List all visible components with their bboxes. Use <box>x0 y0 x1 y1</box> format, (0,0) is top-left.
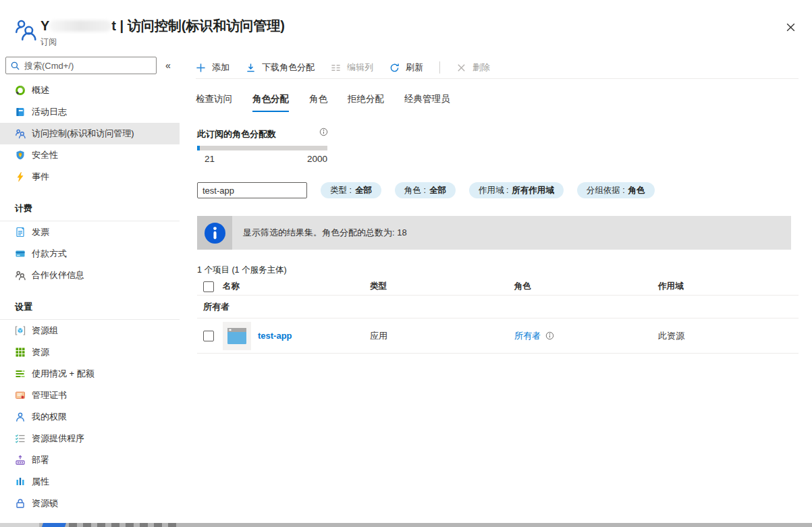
sidebar-item-management-certificates[interactable]: 管理证书 <box>0 385 180 406</box>
sidebar-item-label: 合作伙伴信息 <box>32 269 84 281</box>
bottom-edge-light-segment <box>0 523 39 527</box>
name-filter-input[interactable] <box>197 182 307 198</box>
column-header-name[interactable]: 名称 <box>223 281 370 292</box>
sidebar-item-resources[interactable]: 资源 <box>0 341 180 363</box>
sidebar-item-deployments[interactable]: 部署 <box>0 449 180 471</box>
page-title: Yt | 访问控制(标识和访问管理) <box>40 17 285 35</box>
sidebar-item-label: 部署 <box>32 454 49 466</box>
tab-check-access[interactable]: 检查访问 <box>196 93 232 112</box>
sidebar-item-label: 属性 <box>32 476 49 488</box>
download-icon <box>246 63 256 73</box>
sidebar-item-label: 安全性 <box>32 149 58 161</box>
edit-columns-button[interactable]: 编辑列 <box>331 61 373 74</box>
column-header-type[interactable]: 类型 <box>370 281 514 292</box>
close-button[interactable] <box>782 19 799 35</box>
sidebar-item-resource-locks[interactable]: 资源锁 <box>0 493 180 514</box>
sidebar-item-resource-groups[interactable]: 资源组 <box>0 320 180 341</box>
sidebar-item-activity-log[interactable]: 活动日志 <box>0 101 180 123</box>
resources-icon <box>15 347 26 358</box>
redacted-subscription-name <box>49 20 111 32</box>
resource-groups-icon <box>15 325 26 336</box>
sidebar-item-resource-providers[interactable]: 资源提供程序 <box>0 428 180 449</box>
tab-deny-assignments[interactable]: 拒绝分配 <box>348 93 384 112</box>
payment-methods-icon <box>15 248 26 259</box>
toolbar-divider <box>439 61 440 74</box>
resource-providers-icon <box>15 433 26 444</box>
sidebar-item-events[interactable]: 事件 <box>0 166 180 188</box>
column-header-role[interactable]: 角色 <box>514 281 658 292</box>
close-icon <box>785 22 796 33</box>
sidebar-collapse-button[interactable]: « <box>159 57 177 74</box>
column-header-scope[interactable]: 作用域 <box>658 281 799 292</box>
sidebar-item-label: 访问控制(标识和访问管理) <box>32 128 134 140</box>
deployments-icon <box>15 455 26 466</box>
activity-log-icon <box>15 107 26 117</box>
invoices-icon <box>15 227 26 238</box>
sidebar-item-access-control[interactable]: 访问控制(标识和访问管理) <box>0 123 180 144</box>
filter-pill-group-by[interactable]: 分组依据 :角色 <box>577 182 655 198</box>
command-bar: 添加 下载角色分配 编辑列 刷新 删除 <box>196 57 799 79</box>
properties-icon <box>15 476 26 487</box>
role-link[interactable]: 所有者 <box>514 330 541 342</box>
access-control-header-icon <box>13 18 38 42</box>
sidebar-search[interactable] <box>5 57 157 74</box>
tab-classic-administrators[interactable]: 经典管理员 <box>404 93 450 112</box>
partner-information-icon <box>15 270 26 281</box>
app-icon <box>223 322 251 350</box>
sidebar-item-label: 事件 <box>32 171 49 183</box>
group-row-owner: 所有者 <box>197 296 799 318</box>
sidebar-item-partner-information[interactable]: 合作伙伴信息 <box>0 265 180 286</box>
bottom-edge-blue-segment <box>42 523 66 527</box>
row-checkbox[interactable] <box>203 331 214 341</box>
tab-roles[interactable]: 角色 <box>309 93 327 112</box>
sidebar-item-overview[interactable]: 概述 <box>0 80 180 101</box>
tab-bar: 检查访问 角色分配 角色 拒绝分配 经典管理员 <box>196 93 450 112</box>
meter-current-value: 21 <box>205 154 215 164</box>
info-banner-text: 显示筛选的结果集。角色分配的总数为: 18 <box>243 227 407 239</box>
assignment-scope: 此资源 <box>658 330 799 342</box>
refresh-icon <box>389 63 400 73</box>
sidebar-item-label: 发票 <box>32 226 49 238</box>
meter-fill <box>197 146 200 150</box>
search-icon <box>10 61 20 71</box>
info-banner-icon-box <box>197 216 232 250</box>
tab-role-assignments[interactable]: 角色分配 <box>252 93 289 112</box>
events-icon <box>15 171 26 182</box>
access-control-icon <box>15 128 26 139</box>
filter-pill-role[interactable]: 角色 :全部 <box>395 182 456 198</box>
select-all-checkbox[interactable] <box>203 281 214 292</box>
delete-button[interactable]: 删除 <box>456 61 490 74</box>
meter-max-value: 2000 <box>300 154 327 164</box>
security-icon <box>15 150 26 161</box>
resource-locks-icon <box>15 498 26 509</box>
sidebar-item-label: 概述 <box>32 84 49 96</box>
sidebar-item-usage-quotas[interactable]: 使用情况 + 配额 <box>0 363 180 385</box>
columns-icon <box>331 63 341 73</box>
filter-pill-scope[interactable]: 作用域 :所有作用域 <box>469 182 564 198</box>
search-input[interactable] <box>24 61 152 71</box>
principal-name-link[interactable]: test-app <box>258 331 292 341</box>
sidebar-item-properties[interactable]: 属性 <box>0 471 180 493</box>
filter-pill-type[interactable]: 类型 :全部 <box>321 182 381 198</box>
role-assignments-meter <box>197 146 327 150</box>
sidebar-item-label: 使用情况 + 配额 <box>32 368 94 380</box>
sidebar-item-payment-methods[interactable]: 付款方式 <box>0 243 180 265</box>
add-button[interactable]: 添加 <box>196 61 229 74</box>
table-row[interactable]: test-app 应用 所有者 此资源 <box>197 318 799 354</box>
management-certificates-icon <box>15 390 26 401</box>
bottom-edge-artifact <box>0 523 812 527</box>
sidebar: « 概述 活动日志 访问控制(标识和访问管理) 安全性 事件 计费 <box>0 51 180 523</box>
sidebar-section-billing: 计费 <box>0 196 180 221</box>
sidebar-item-invoices[interactable]: 发票 <box>0 221 180 243</box>
sidebar-item-security[interactable]: 安全性 <box>0 144 180 166</box>
download-role-assignments-button[interactable]: 下载角色分配 <box>246 61 315 74</box>
delete-x-icon <box>456 63 466 73</box>
overview-icon <box>15 85 26 96</box>
sidebar-section-settings: 设置 <box>0 294 180 320</box>
role-info-icon[interactable] <box>545 331 554 340</box>
info-icon[interactable] <box>319 128 328 136</box>
refresh-button[interactable]: 刷新 <box>389 61 423 74</box>
sidebar-item-my-permissions[interactable]: 我的权限 <box>0 406 180 428</box>
sidebar-item-label: 资源组 <box>32 325 58 337</box>
principal-type: 应用 <box>370 330 514 342</box>
